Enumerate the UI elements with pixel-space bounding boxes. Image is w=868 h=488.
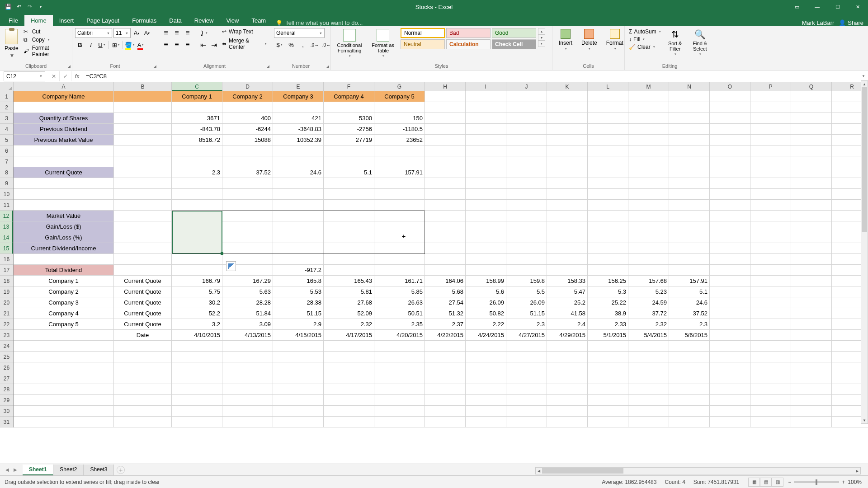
cell[interactable]	[14, 384, 114, 395]
cell[interactable]	[750, 124, 791, 135]
cell[interactable]	[114, 352, 172, 362]
cell[interactable]	[588, 265, 628, 276]
cell[interactable]	[14, 362, 114, 373]
cell[interactable]: 5.85	[374, 286, 425, 297]
cell[interactable]	[222, 417, 273, 427]
cell[interactable]: Gain/Loss ($)	[14, 221, 114, 232]
cell[interactable]	[324, 341, 374, 352]
cell[interactable]	[14, 145, 114, 156]
cell[interactable]	[506, 221, 547, 232]
cell[interactable]: 5.1	[669, 286, 710, 297]
cell[interactable]: 165.43	[324, 276, 374, 286]
cell[interactable]	[374, 178, 425, 189]
cell[interactable]	[791, 232, 832, 243]
cell[interactable]: 4/27/2015	[506, 330, 547, 341]
insert-function-button[interactable]: fx	[71, 71, 83, 81]
cell[interactable]	[669, 124, 710, 135]
cell[interactable]: 26.63	[374, 297, 425, 308]
cell[interactable]	[588, 373, 628, 384]
cell[interactable]: 159.8	[506, 276, 547, 286]
cell[interactable]	[425, 200, 466, 211]
style-neutral[interactable]: Neutral	[401, 39, 445, 49]
cell[interactable]	[506, 373, 547, 384]
row-header[interactable]: 29	[0, 395, 13, 406]
cell[interactable]	[628, 189, 669, 200]
cell[interactable]	[374, 189, 425, 200]
cell[interactable]	[506, 243, 547, 254]
cell[interactable]	[750, 286, 791, 297]
paste-button[interactable]: Paste ▼	[3, 28, 20, 60]
cell[interactable]: Previous Market Value	[14, 135, 114, 145]
cell[interactable]: Company Name	[14, 91, 114, 102]
cell[interactable]	[466, 352, 506, 362]
cell[interactable]	[114, 373, 172, 384]
cell[interactable]	[710, 286, 750, 297]
cell[interactable]	[466, 124, 506, 135]
cell[interactable]: 24.6	[273, 167, 324, 178]
cell[interactable]: 157.91	[669, 276, 710, 286]
cell[interactable]: 51.15	[506, 308, 547, 319]
cell[interactable]	[506, 362, 547, 373]
cell[interactable]	[588, 113, 628, 124]
cell[interactable]	[374, 156, 425, 167]
cell[interactable]: Gain/Loss (%)	[14, 232, 114, 243]
comma-format-button[interactable]: ,	[297, 40, 308, 50]
cell[interactable]: 2.3	[669, 319, 710, 330]
cell[interactable]: 2.32	[628, 319, 669, 330]
cell[interactable]	[628, 254, 669, 265]
column-header[interactable]: G	[374, 82, 425, 91]
cell[interactable]	[791, 113, 832, 124]
cell[interactable]	[791, 319, 832, 330]
cell[interactable]	[547, 178, 588, 189]
zoom-slider[interactable]	[794, 481, 839, 483]
cell[interactable]: 27.54	[425, 297, 466, 308]
cell[interactable]: -3648.83	[273, 124, 324, 135]
cell[interactable]	[588, 417, 628, 427]
cell[interactable]: Company 2	[222, 91, 273, 102]
cell[interactable]	[172, 352, 222, 362]
cell[interactable]: 156.25	[588, 276, 628, 286]
cell[interactable]	[750, 352, 791, 362]
cell[interactable]	[222, 178, 273, 189]
cell[interactable]: 23652	[374, 135, 425, 145]
cell[interactable]	[14, 373, 114, 384]
cell[interactable]	[628, 211, 669, 221]
cell[interactable]	[669, 102, 710, 113]
cell[interactable]	[466, 341, 506, 352]
cell[interactable]	[710, 145, 750, 156]
align-top-button[interactable]: ≡	[161, 28, 171, 38]
cell[interactable]	[324, 178, 374, 189]
cell[interactable]: 3671	[172, 113, 222, 124]
cell[interactable]	[324, 352, 374, 362]
cell[interactable]	[547, 189, 588, 200]
cell[interactable]	[750, 297, 791, 308]
cell[interactable]	[791, 406, 832, 417]
cell[interactable]	[710, 124, 750, 135]
cell[interactable]	[172, 406, 222, 417]
cell[interactable]	[588, 243, 628, 254]
row-header[interactable]: 15	[0, 243, 13, 254]
cell[interactable]: 2.4	[547, 319, 588, 330]
style-check-cell[interactable]: Check Cell	[492, 39, 536, 49]
cell[interactable]	[172, 254, 222, 265]
cell[interactable]	[466, 91, 506, 102]
font-size-select[interactable]: 11▼	[113, 28, 131, 38]
qat-customize-icon[interactable]: ▾	[37, 3, 44, 10]
cell[interactable]	[506, 145, 547, 156]
cell[interactable]	[506, 135, 547, 145]
cell[interactable]	[114, 167, 172, 178]
tab-review[interactable]: Review	[188, 15, 220, 26]
increase-indent-button[interactable]: ⇥	[209, 40, 219, 50]
cell[interactable]: 5.63	[222, 286, 273, 297]
sheet-nav-next-icon[interactable]: ▶	[12, 466, 19, 474]
cell[interactable]	[172, 417, 222, 427]
row-header[interactable]: 10	[0, 189, 13, 200]
style-bad[interactable]: Bad	[446, 28, 491, 38]
cell[interactable]	[425, 362, 466, 373]
row-header[interactable]: 16	[0, 254, 13, 265]
cell[interactable]	[547, 156, 588, 167]
cell[interactable]	[222, 373, 273, 384]
cell[interactable]	[114, 232, 172, 243]
row-header[interactable]: 28	[0, 384, 13, 395]
cell[interactable]	[506, 124, 547, 135]
